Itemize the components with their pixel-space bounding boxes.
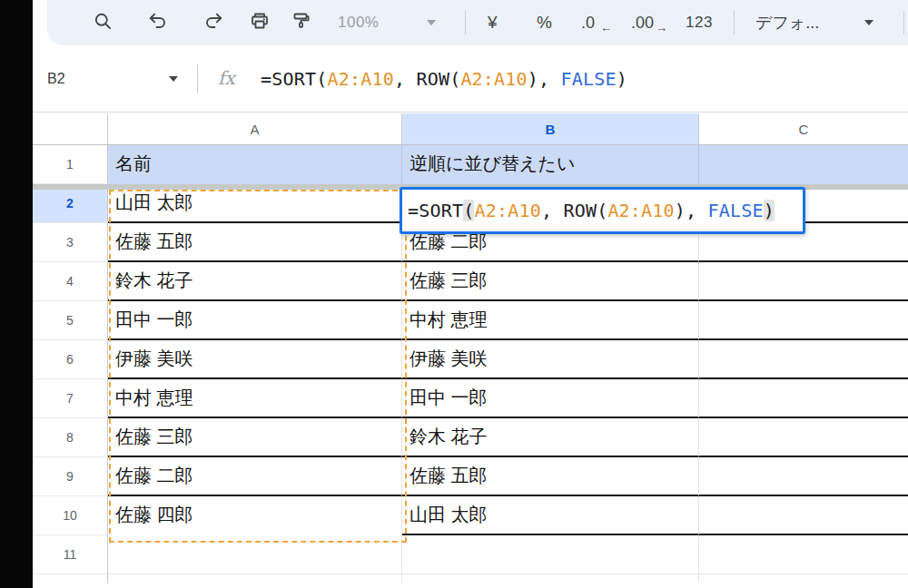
row-header-5[interactable]: 5 xyxy=(33,301,108,340)
cell-c1[interactable] xyxy=(699,145,908,184)
formula-token: ( xyxy=(316,68,327,90)
formula-input[interactable]: =SORT(A2:A10, ROW(A2:A10), FALSE) xyxy=(261,45,627,113)
formula-token-range: A2:A10 xyxy=(327,68,393,90)
formula-token: ), xyxy=(528,68,561,90)
table-row: 11 xyxy=(33,535,908,574)
toolbar-divider xyxy=(734,11,735,34)
cell-b10[interactable]: 山田 太郎 xyxy=(402,496,699,535)
row-header-2[interactable]: 2 xyxy=(33,184,108,223)
sheets-app: 100% ¥ % .0 ← .00 → 123 デフォ... B2 fx =SO… xyxy=(0,0,908,588)
table-row: 7 中村 恵理 田中 一郎 xyxy=(33,379,908,418)
name-box-dropdown-icon[interactable] xyxy=(169,76,178,82)
function-icon: fx xyxy=(218,45,235,113)
cell-b4[interactable]: 佐藤 三郎 xyxy=(402,262,699,301)
cell-c8[interactable] xyxy=(699,418,908,457)
cell-b1[interactable]: 逆順に並び替えたい xyxy=(402,145,699,184)
cell-a3[interactable]: 佐藤 五郎 xyxy=(108,223,402,262)
cell-b5[interactable]: 中村 恵理 xyxy=(402,301,699,340)
row-header-11[interactable]: 11 xyxy=(33,535,108,574)
formula-token: ), xyxy=(675,200,708,221)
row-header-12[interactable] xyxy=(33,574,108,583)
toolbar-divider xyxy=(903,11,904,34)
cell-c9[interactable] xyxy=(699,457,908,496)
increase-decimal-arrow-icon: → xyxy=(656,22,667,34)
row-header-10[interactable]: 10 xyxy=(33,496,108,535)
row-header-3[interactable]: 3 xyxy=(33,223,108,262)
cell-c12[interactable] xyxy=(699,574,908,583)
row-header-4[interactable]: 4 xyxy=(33,262,108,301)
cell-c10[interactable] xyxy=(699,496,908,535)
row-header-9[interactable]: 9 xyxy=(33,457,108,496)
redo-icon[interactable] xyxy=(202,10,224,32)
left-black-strip xyxy=(0,0,33,588)
column-header-b[interactable]: B xyxy=(402,113,699,145)
cell-a2[interactable]: 山田 太郎 xyxy=(108,184,402,223)
cell-a6[interactable]: 伊藤 美咲 xyxy=(108,340,402,379)
table-row: 8 佐藤 三郎 鈴木 花子 xyxy=(33,418,908,457)
cell-b9[interactable]: 佐藤 五郎 xyxy=(402,457,699,496)
formula-token-paren: ) xyxy=(764,200,775,221)
formula-token: , ROW( xyxy=(394,68,460,90)
cell-a11[interactable] xyxy=(108,535,402,574)
search-icon[interactable] xyxy=(92,10,114,32)
cell-a9[interactable]: 佐藤 二郎 xyxy=(108,457,402,496)
cell-a7[interactable]: 中村 恵理 xyxy=(108,379,402,418)
column-header-row: A B C xyxy=(33,113,908,145)
formula-token: =SORT xyxy=(408,200,463,221)
cell-c4[interactable] xyxy=(699,262,908,301)
formula-token: , ROW( xyxy=(541,200,607,221)
table-row xyxy=(33,574,908,583)
format-currency-button[interactable]: ¥ xyxy=(488,0,498,45)
select-all-corner[interactable] xyxy=(33,113,108,145)
formula-bar-divider xyxy=(197,64,198,93)
format-percent-button[interactable]: % xyxy=(537,0,552,45)
font-select[interactable]: デフォ... xyxy=(755,0,819,45)
column-header-a[interactable]: A xyxy=(108,113,402,145)
cell-a10[interactable]: 佐藤 四郎 xyxy=(108,496,402,535)
formula-bar: B2 fx =SORT(A2:A10, ROW(A2:A10), FALSE) xyxy=(33,45,908,113)
more-formats-button[interactable]: 123 xyxy=(686,0,713,45)
print-icon[interactable] xyxy=(249,10,271,32)
active-cell-editor-b2[interactable]: =SORT(A2:A10, ROW(A2:A10), FALSE) xyxy=(400,187,805,234)
name-box[interactable]: B2 xyxy=(47,45,65,113)
spreadsheet-grid: A B C 1 名前 逆順に並び替えたい 2 山田 太郎 3 佐藤 五郎 佐藤 … xyxy=(33,113,908,588)
cell-b6[interactable]: 伊藤 美咲 xyxy=(402,340,699,379)
zoom-dropdown-icon[interactable] xyxy=(427,20,436,25)
cell-b11[interactable] xyxy=(402,535,699,574)
toolbar-divider xyxy=(465,11,466,34)
cell-c11[interactable] xyxy=(699,535,908,574)
row-header-6[interactable]: 6 xyxy=(33,340,108,379)
formula-token: =SORT xyxy=(261,68,316,90)
formula-token-boolean: FALSE xyxy=(561,68,617,90)
formula-token-range: A2:A10 xyxy=(460,68,527,90)
table-row: 1 名前 逆順に並び替えたい xyxy=(33,145,908,184)
paint-format-icon[interactable] xyxy=(290,10,311,32)
cell-b12[interactable] xyxy=(402,574,699,583)
font-dropdown-icon[interactable] xyxy=(864,20,873,25)
formula-token-boolean: FALSE xyxy=(708,200,764,221)
cell-c5[interactable] xyxy=(699,301,908,340)
row-header-1[interactable]: 1 xyxy=(33,145,108,184)
cell-a8[interactable]: 佐藤 三郎 xyxy=(108,418,402,457)
column-header-c[interactable]: C xyxy=(699,113,908,145)
cell-a5[interactable]: 田中 一郎 xyxy=(108,301,402,340)
cell-a1[interactable]: 名前 xyxy=(108,145,402,184)
cell-a12[interactable] xyxy=(108,574,402,583)
cell-b7[interactable]: 田中 一郎 xyxy=(402,379,699,418)
row-header-8[interactable]: 8 xyxy=(33,418,108,457)
cell-b8[interactable]: 鈴木 花子 xyxy=(402,418,699,457)
table-row: 5 田中 一郎 中村 恵理 xyxy=(33,301,908,340)
increase-decimal-button[interactable]: .00 xyxy=(631,0,654,45)
cell-a4[interactable]: 鈴木 花子 xyxy=(108,262,402,301)
table-row: 9 佐藤 二郎 佐藤 五郎 xyxy=(33,457,908,496)
zoom-level[interactable]: 100% xyxy=(338,0,379,45)
cell-c6[interactable] xyxy=(699,340,908,379)
cell-formula-text: =SORT(A2:A10, ROW(A2:A10), FALSE) xyxy=(402,190,803,231)
table-row: 4 鈴木 花子 佐藤 三郎 xyxy=(33,262,908,301)
formula-token-range: A2:A10 xyxy=(607,200,674,221)
decrease-decimal-button[interactable]: .0 xyxy=(581,0,595,45)
formula-token-paren: ( xyxy=(463,200,474,221)
undo-icon[interactable] xyxy=(147,10,169,32)
cell-c7[interactable] xyxy=(699,379,908,418)
row-header-7[interactable]: 7 xyxy=(33,379,108,418)
